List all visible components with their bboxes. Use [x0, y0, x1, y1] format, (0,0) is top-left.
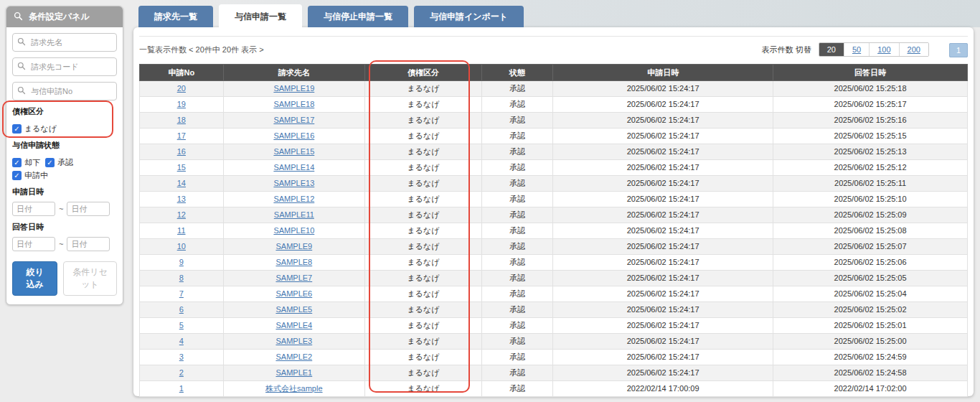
reset-button[interactable]: 条件リセット	[63, 261, 117, 296]
date-range-separator: ~	[59, 205, 63, 213]
answer-datetime-cell: 2025/06/02 15:25:01	[773, 318, 968, 334]
filter-checkbox[interactable]: ✓却下	[12, 157, 40, 168]
tab-0[interactable]: 請求先一覧	[138, 6, 213, 27]
search-input-1[interactable]	[29, 62, 112, 72]
status-cell: 承認	[481, 144, 552, 160]
list-summary: 一覧表示件数 < 20件中 20件 表示 >	[139, 45, 264, 55]
application-no-link[interactable]: 16	[177, 147, 186, 156]
table-row: 13SAMPLE12まるなげ承認2025/06/02 15:24:172025/…	[140, 192, 968, 207]
billing-name-link[interactable]: SAMPLE3	[275, 337, 312, 345]
billing-name-link[interactable]: SAMPLE7	[275, 274, 312, 282]
application-no-link[interactable]: 15	[177, 163, 186, 172]
billing-name-link[interactable]: SAMPLE9	[275, 242, 312, 251]
search-field-1[interactable]	[12, 57, 117, 76]
application-no-cell: 20	[140, 81, 224, 97]
table-row: 10SAMPLE9まるなげ承認2025/06/02 15:24:172025/0…	[140, 239, 968, 255]
application-no-link[interactable]: 6	[179, 305, 184, 314]
pagination-page-1[interactable]: 1	[949, 43, 968, 57]
application-no-link[interactable]: 20	[177, 84, 186, 93]
application-no-link[interactable]: 4	[179, 337, 184, 345]
application-no-link[interactable]: 17	[177, 131, 186, 140]
application-no-link[interactable]: 1	[179, 384, 184, 393]
application-no-link[interactable]: 2	[179, 368, 184, 377]
debt-division-cell: まるなげ	[365, 255, 482, 271]
filter-panel-title: 条件設定パネル	[29, 11, 90, 23]
billing-name-link[interactable]: SAMPLE11	[274, 210, 314, 219]
application-no-cell: 3	[140, 350, 224, 365]
billing-name-link[interactable]: SAMPLE19	[273, 84, 314, 93]
status-cell: 承認	[481, 365, 552, 381]
table-row: 17SAMPLE16まるなげ承認2025/06/02 15:24:172025/…	[140, 128, 968, 144]
filter-checkbox[interactable]: ✓まるなげ	[12, 123, 57, 134]
application-no-link[interactable]: 5	[179, 321, 184, 329]
application-no-cell: 5	[140, 318, 224, 334]
answer-date-section: 回答日時 ~	[12, 222, 117, 251]
application-no-cell: 12	[140, 207, 224, 223]
application-no-link[interactable]: 19	[177, 100, 186, 108]
application-no-link[interactable]: 11	[177, 226, 185, 235]
page-size-option-100[interactable]: 100	[869, 43, 898, 56]
tab-1-active[interactable]: 与信申請一覧	[219, 4, 302, 27]
application-no-link[interactable]: 10	[177, 242, 186, 251]
application-no-link[interactable]: 3	[179, 352, 184, 361]
application-no-link[interactable]: 9	[179, 258, 184, 266]
checkbox-checked-icon: ✓	[12, 124, 22, 134]
status-cell: 承認	[481, 207, 552, 223]
billing-name-link[interactable]: SAMPLE2	[275, 352, 312, 361]
apply-date-to-input[interactable]	[67, 202, 110, 216]
billing-name-cell: SAMPLE14	[223, 160, 364, 176]
application-no-link[interactable]: 7	[179, 289, 184, 298]
billing-name-cell: SAMPLE9	[223, 239, 364, 255]
application-no-link[interactable]: 18	[177, 116, 186, 124]
billing-name-link[interactable]: SAMPLE5	[275, 305, 312, 314]
answer-datetime-cell: 2025/06/02 15:25:11	[773, 176, 968, 192]
billing-name-link[interactable]: SAMPLE15	[273, 147, 314, 156]
billing-name-link[interactable]: SAMPLE14	[273, 163, 314, 172]
application-no-link[interactable]: 8	[179, 274, 184, 282]
filter-button[interactable]: 絞り込み	[12, 261, 57, 296]
page-size-option-200[interactable]: 200	[899, 43, 928, 56]
billing-name-link[interactable]: SAMPLE13	[273, 179, 314, 187]
application-no-link[interactable]: 12	[177, 210, 186, 219]
page-size-option-20[interactable]: 20	[819, 43, 844, 56]
billing-name-link[interactable]: SAMPLE8	[275, 258, 312, 266]
search-input-0[interactable]	[29, 37, 112, 47]
answer-datetime-cell: 2022/02/14 17:02:00	[773, 381, 968, 397]
checkbox-label: 却下	[24, 157, 40, 168]
filter-checkbox[interactable]: ✓承認	[45, 157, 73, 168]
billing-name-link[interactable]: SAMPLE12	[273, 195, 314, 203]
answer-datetime-cell: 2025/06/02 15:25:13	[773, 144, 968, 160]
billing-name-link[interactable]: SAMPLE6	[275, 289, 312, 298]
billing-name-link[interactable]: SAMPLE10	[273, 226, 314, 235]
tab-3[interactable]: 与信申請インポート	[414, 6, 524, 27]
column-header-5: 回答日時	[773, 65, 968, 81]
billing-name-cell: SAMPLE10	[223, 223, 364, 239]
billing-name-link[interactable]: SAMPLE16	[273, 131, 314, 140]
billing-name-link[interactable]: SAMPLE4	[275, 321, 312, 329]
search-field-2[interactable]	[12, 82, 117, 100]
apply-date-from-input[interactable]	[12, 202, 55, 216]
apply-datetime-cell: 2025/06/02 15:24:17	[553, 81, 773, 97]
status-cell: 承認	[481, 318, 552, 334]
billing-name-link[interactable]: SAMPLE18	[273, 100, 314, 108]
billing-name-link[interactable]: 株式会社sample	[265, 384, 322, 393]
column-header-2: 債権区分	[365, 65, 482, 81]
filter-checkbox[interactable]: ✓申請中	[12, 170, 48, 181]
page-size-option-50[interactable]: 50	[844, 43, 869, 56]
search-input-2[interactable]	[29, 86, 112, 96]
billing-name-link[interactable]: SAMPLE1	[275, 368, 312, 377]
application-no-cell: 17	[140, 128, 224, 144]
billing-name-link[interactable]: SAMPLE17	[273, 116, 314, 124]
answer-date-from-input[interactable]	[12, 237, 55, 251]
answer-date-to-input[interactable]	[67, 237, 110, 251]
apply-datetime-cell: 2025/06/02 15:24:17	[553, 365, 773, 381]
apply-datetime-cell: 2025/06/02 15:24:17	[553, 144, 773, 160]
table-row: 16SAMPLE15まるなげ承認2025/06/02 15:24:172025/…	[140, 144, 968, 160]
search-field-0[interactable]	[12, 33, 117, 52]
billing-name-cell: SAMPLE6	[223, 286, 364, 302]
apply-datetime-cell: 2025/06/02 15:24:17	[553, 255, 773, 271]
debt-division-cell: まるなげ	[365, 207, 482, 223]
tab-2[interactable]: 与信停止申請一覧	[308, 6, 408, 27]
application-no-link[interactable]: 14	[177, 179, 186, 187]
application-no-link[interactable]: 13	[177, 195, 186, 203]
